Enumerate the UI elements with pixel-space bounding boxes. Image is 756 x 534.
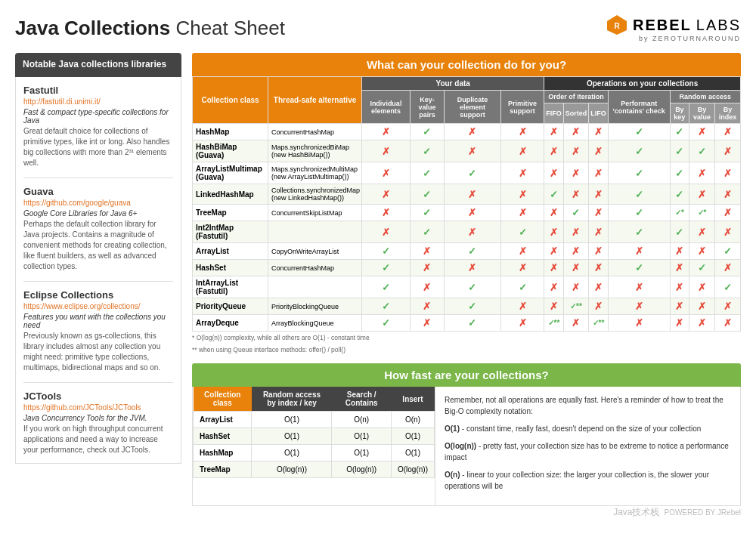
- table-row: Int2IntMap (Fastutil) ✗ ✓ ✗ ✓ ✗ ✗ ✗ ✓ ✓ …: [193, 221, 741, 243]
- cell-byindex: ✓: [714, 243, 740, 260]
- th-by-value: By value: [689, 103, 715, 124]
- cell-fifo: ✗: [544, 298, 564, 315]
- th-key-value: Key-value pairs: [410, 91, 444, 124]
- table-note-1: * O(log(n)) complexity, while all others…: [192, 332, 741, 344]
- speed-cell-search: O(n): [332, 412, 392, 428]
- cell-primitive: ✗: [500, 140, 544, 162]
- cell-lifo: ✗: [589, 260, 609, 276]
- divider-3: [23, 382, 173, 383]
- speed-cell-search: O(1): [332, 445, 392, 461]
- svg-text:R: R: [614, 22, 620, 30]
- speed-table: Collection class Random access by index …: [193, 387, 435, 478]
- th-ops: Operations on your collections: [544, 77, 741, 91]
- cell-class: IntArrayList (Fastutil): [193, 276, 268, 298]
- cell-fifo: ✗: [544, 140, 564, 162]
- cell-keyvalue: ✗: [410, 260, 444, 276]
- cell-keyvalue: ✓: [410, 184, 444, 205]
- cell-class: Int2IntMap (Fastutil): [193, 221, 268, 243]
- cell-byindex: ✗: [714, 162, 740, 184]
- cell-byvalue: ✓: [689, 260, 715, 276]
- cell-individual: ✗: [362, 205, 411, 221]
- cell-byvalue: ✗: [689, 184, 715, 205]
- cell-individual: ✗: [362, 162, 411, 184]
- lib-link-jctools[interactable]: https://github.com/JCTools/JCTools: [23, 403, 173, 412]
- cell-individual: ✗: [362, 221, 411, 243]
- header: Java Collections Cheat Sheet R REBELLABS…: [15, 14, 741, 42]
- speed-th-search: Search / Contains: [332, 387, 392, 412]
- cell-thread: ConcurrentHashMap: [268, 260, 362, 276]
- cell-individual: ✓: [362, 315, 411, 332]
- speed-cell-insert: O(1): [391, 428, 434, 445]
- cell-performant: ✓: [608, 124, 670, 140]
- sidebar-title: Notable Java collections libraries: [15, 53, 181, 77]
- cell-performant: ✗: [608, 315, 670, 332]
- cell-fifo: ✗: [544, 162, 564, 184]
- cell-thread: [268, 221, 362, 243]
- cell-performant: ✗: [608, 243, 670, 260]
- cell-lifo: ✓**: [589, 315, 609, 332]
- cell-bykey: ✓: [670, 221, 689, 243]
- cell-bykey: ✗: [670, 315, 689, 332]
- th-your-data: Your data: [362, 77, 544, 91]
- cell-byvalue: ✗: [689, 124, 715, 140]
- cell-fifo: ✗: [544, 205, 564, 221]
- speed-cell-insert: O(1): [391, 445, 434, 461]
- th-thread-alt: Thread-safe alternative: [268, 77, 362, 124]
- watermark-text: Java技术栈: [613, 506, 659, 519]
- logo-sub: by ZEROTURNAROUND: [639, 35, 741, 42]
- lib-link-eclipse[interactable]: https://www.eclipse.org/collections/: [23, 302, 173, 310]
- cell-bykey: ✗: [670, 260, 689, 276]
- speed-cell-class: HashMap: [194, 445, 252, 461]
- cell-primitive: ✗: [500, 260, 544, 276]
- cell-byvalue: ✗: [689, 162, 715, 184]
- cell-byvalue: ✗: [689, 298, 715, 315]
- cell-sorted: ✗: [563, 315, 589, 332]
- cell-performant: ✗: [608, 276, 670, 298]
- cell-lifo: ✗: [589, 221, 609, 243]
- cell-primitive: ✗: [500, 315, 544, 332]
- lib-link-guava[interactable]: https://github.com/google/guava: [23, 199, 173, 207]
- cell-byindex: ✗: [714, 221, 740, 243]
- cell-thread: CopyOnWriteArrayList: [268, 243, 362, 260]
- table-note-2: ** when using Queue interface methods: o…: [192, 344, 741, 356]
- th-individual: Individual elements: [362, 91, 411, 124]
- cell-bykey: ✗: [670, 298, 689, 315]
- cell-lifo: ✗: [589, 140, 609, 162]
- table-row: PriorityQueue PriorityBlockingQueue ✓ ✗ …: [193, 298, 741, 315]
- cell-lifo: ✗: [589, 205, 609, 221]
- cell-sorted: ✗: [563, 276, 589, 298]
- cell-bykey: ✗: [670, 276, 689, 298]
- cell-fifo: ✓**: [544, 315, 564, 332]
- cell-keyvalue: ✓: [410, 124, 444, 140]
- cell-primitive: ✗: [500, 124, 544, 140]
- lib-desc-jctools: If you work on high throughput concurren…: [23, 424, 173, 455]
- cell-class: HashSet: [193, 260, 268, 276]
- speed-table-row: HashSet O(1) O(1) O(1): [194, 428, 435, 445]
- cell-thread: Collections.synchronizedMap (new LinkedH…: [268, 184, 362, 205]
- cell-class: HashMap: [193, 124, 268, 140]
- cell-byindex: ✗: [714, 315, 740, 332]
- cell-class: ArrayList: [193, 243, 268, 260]
- o1-text: O(1) - constant time, really fast, doesn…: [445, 423, 731, 434]
- cell-byvalue: ✗: [689, 243, 715, 260]
- lib-link-fastutil[interactable]: http://fastutil.di.unimi.it/: [23, 97, 173, 106]
- cell-primitive: ✓: [500, 221, 544, 243]
- table-row: HashMap ConcurrentHashMap ✗ ✓ ✗ ✗ ✗ ✗ ✗ …: [193, 124, 741, 140]
- cell-sorted: ✗: [563, 184, 589, 205]
- cell-duplicate: ✓: [445, 276, 501, 298]
- page: Java Collections Cheat Sheet R REBELLABS…: [0, 0, 756, 534]
- cell-primitive: ✗: [500, 205, 544, 221]
- logo-rebel-text: REBEL: [633, 17, 692, 34]
- cell-class: PriorityQueue: [193, 298, 268, 315]
- reminder-text: Remember, not all operations are equally…: [445, 394, 731, 417]
- table-row: TreeMap ConcurrentSkipListMap ✗ ✓ ✗ ✗ ✗ …: [193, 205, 741, 221]
- bottom-right-text: Remember, not all operations are equally…: [435, 387, 740, 505]
- cell-sorted: ✓**: [563, 298, 589, 315]
- lib-name-eclipse: Eclipse Collections: [23, 289, 173, 301]
- cell-fifo: ✗: [544, 260, 564, 276]
- cell-performant: ✗: [608, 298, 670, 315]
- cell-keyvalue: ✓: [410, 162, 444, 184]
- th-lifo: LIFO: [589, 103, 609, 124]
- cell-sorted: ✗: [563, 124, 589, 140]
- cell-performant: ✓: [608, 221, 670, 243]
